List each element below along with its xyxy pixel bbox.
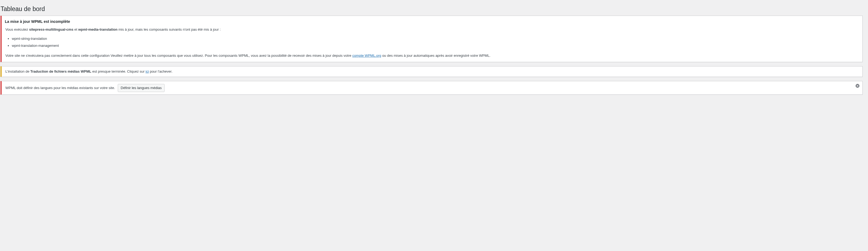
media-languages-text: WPML doit définir des langues pour les m… [5, 85, 115, 91]
intro-prefix: Vous exécutez [5, 27, 29, 31]
missing-components-list: wpml-string-translation wpml-translation… [12, 36, 859, 48]
notice-intro: Vous exécutez sitepress-multilingual-cms… [5, 26, 859, 33]
notice-heading: La mise à jour WPML est incomplète [5, 19, 859, 25]
page-title: Tableau de bord [1, 3, 863, 14]
mt-mid: est presque terminée. Cliquez sur [91, 69, 146, 73]
complete-install-link[interactable]: ici [146, 69, 149, 73]
notice-media-translation: L'installation de Traduction de fichiers… [1, 66, 863, 77]
dismiss-button[interactable] [853, 81, 862, 90]
notice-body: L'installation de Traduction de fichiers… [5, 68, 859, 75]
list-item: wpml-translation-management [12, 43, 859, 49]
set-media-languages-button[interactable]: Définir les langues médias [118, 84, 164, 92]
notice-wpml-incomplete: La mise à jour WPML est incomplète Vous … [1, 15, 863, 62]
intro-mid: et [73, 27, 78, 31]
outro-prefix: Votre site ne s'exécutera pas correcteme… [5, 54, 352, 58]
intro-comp1: sitepress-multilingual-cms [29, 27, 73, 31]
list-item: wpml-string-translation [12, 36, 859, 41]
close-icon [855, 84, 860, 88]
outro-suffix: ou des mises à jour automatiques après a… [381, 54, 491, 58]
mt-prefix: L'installation de [5, 69, 30, 73]
notice-media-languages: WPML doit définir des langues pour les m… [1, 81, 863, 95]
intro-comp2: wpml-media-translation [78, 27, 118, 31]
wpml-account-link[interactable]: compte WPML.org [352, 54, 381, 58]
mt-bold: Traduction de fichiers médias WPML [30, 69, 91, 73]
dashboard-wrap: Tableau de bord La mise à jour WPML est … [0, 0, 868, 95]
notice-outro: Votre site ne s'exécutera pas correcteme… [5, 53, 859, 59]
mt-suffix: pour l'achever. [149, 69, 173, 73]
intro-suffix: mis à jour, mais les composants suivants… [118, 27, 221, 31]
